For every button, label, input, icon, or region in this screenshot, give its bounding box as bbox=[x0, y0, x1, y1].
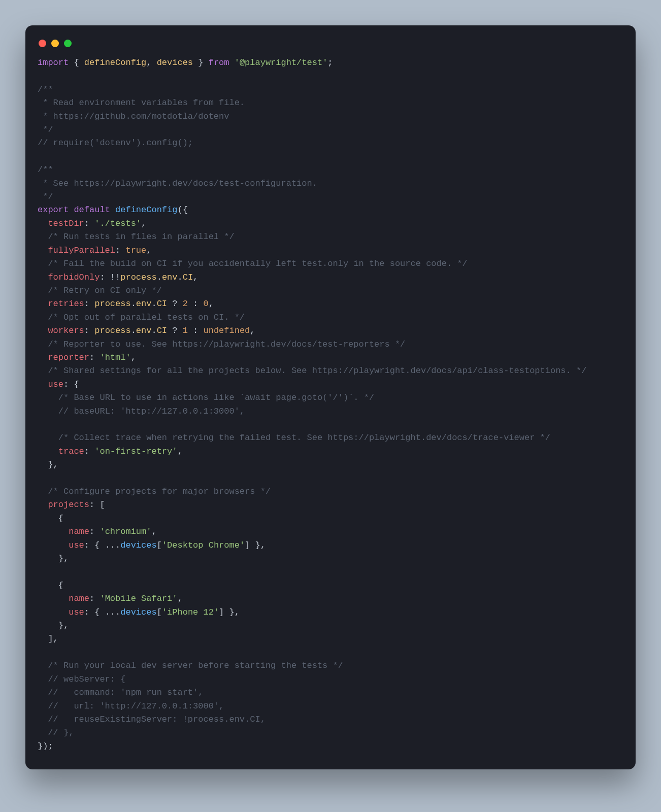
str-chromium: 'chromium' bbox=[100, 527, 151, 536]
num-0: 0 bbox=[204, 299, 209, 309]
prop-use: use bbox=[69, 607, 84, 617]
code-block: import { defineConfig, devices } from '@… bbox=[38, 56, 623, 753]
comment: * See https://playwright.dev/docs/test-c… bbox=[38, 179, 317, 188]
comment: /** bbox=[38, 165, 53, 175]
comment: // webServer: { bbox=[48, 674, 125, 684]
comment: /* Fail the build on CI if you accidenta… bbox=[48, 259, 467, 268]
comment: // reuseExistingServer: !process.env.CI, bbox=[48, 715, 265, 724]
comment: /* Opt out of parallel tests on CI. */ bbox=[48, 313, 245, 322]
comment: /* Collect trace when retrying the faile… bbox=[58, 433, 550, 443]
comment: /* Configure projects for major browsers… bbox=[48, 487, 271, 496]
window-close-icon[interactable] bbox=[39, 40, 46, 47]
prop-trace: trace bbox=[58, 447, 84, 456]
comment: /* Base URL to use in actions like `awai… bbox=[58, 393, 374, 402]
fn-defineConfig: defineConfig bbox=[115, 205, 177, 215]
ident-devices: devices bbox=[120, 540, 156, 550]
comment: /* Reporter to use. See https://playwrig… bbox=[48, 340, 405, 349]
kw-from: from bbox=[209, 58, 229, 67]
comment: * https://github.com/motdotla/dotenv bbox=[38, 112, 229, 121]
comment: /* Run your local dev server before star… bbox=[48, 661, 343, 670]
comment: // }, bbox=[48, 728, 74, 737]
kw-export: export bbox=[38, 205, 69, 215]
window-maximize-icon[interactable] bbox=[64, 40, 72, 47]
comment: * Read environment variables from file. bbox=[38, 98, 245, 108]
kw-import: import bbox=[38, 58, 69, 67]
str-html: 'html' bbox=[100, 353, 130, 362]
prop-fullyParallel: fullyParallel bbox=[48, 246, 115, 255]
ident-CI: CI bbox=[183, 273, 193, 282]
prop-name: name bbox=[69, 527, 89, 536]
str-iphone12: 'iPhone 12' bbox=[162, 607, 219, 617]
ident-defineConfig: defineConfig bbox=[84, 58, 146, 67]
code-window: import { defineConfig, devices } from '@… bbox=[25, 25, 636, 769]
comment: // require('dotenv').config(); bbox=[38, 138, 193, 148]
comment: /* Shared settings for all the projects … bbox=[48, 366, 586, 376]
comment: */ bbox=[38, 192, 53, 201]
comment: // url: 'http://127.0.0.1:3000', bbox=[48, 701, 224, 711]
window-titlebar bbox=[38, 38, 623, 56]
prop-reporter: reporter bbox=[48, 353, 89, 362]
comment: // baseURL: 'http://127.0.0.1:3000', bbox=[58, 407, 245, 416]
prop-use: use bbox=[48, 380, 63, 389]
prop-use: use bbox=[69, 540, 84, 550]
bool-true: true bbox=[125, 246, 146, 255]
str-desktopChrome: 'Desktop Chrome' bbox=[162, 540, 245, 550]
prop-testDir: testDir bbox=[48, 219, 84, 228]
comment: // command: 'npm run start', bbox=[48, 688, 203, 697]
ident-devices: devices bbox=[120, 607, 156, 617]
prop-forbidOnly: forbidOnly bbox=[48, 273, 100, 282]
num-2: 2 bbox=[183, 299, 188, 309]
kw-undefined: undefined bbox=[204, 326, 250, 335]
comment: */ bbox=[38, 125, 53, 134]
prop-projects: projects bbox=[48, 500, 89, 510]
prop-workers: workers bbox=[48, 326, 84, 335]
str-package: '@playwright/test' bbox=[235, 58, 328, 67]
window-minimize-icon[interactable] bbox=[51, 40, 59, 47]
kw-default: default bbox=[74, 205, 110, 215]
str-mobileSafari: 'Mobile Safari' bbox=[100, 594, 177, 603]
num-1: 1 bbox=[183, 326, 188, 335]
comment: /** bbox=[38, 85, 53, 94]
str-onFirstRetry: 'on-first-retry' bbox=[94, 447, 177, 456]
str-tests: './tests' bbox=[94, 219, 141, 228]
comment: /* Run tests in files in parallel */ bbox=[48, 232, 234, 242]
prop-name: name bbox=[69, 594, 89, 603]
prop-retries: retries bbox=[48, 299, 84, 309]
comment: /* Retry on CI only */ bbox=[48, 286, 161, 295]
ident-devices: devices bbox=[157, 58, 193, 67]
